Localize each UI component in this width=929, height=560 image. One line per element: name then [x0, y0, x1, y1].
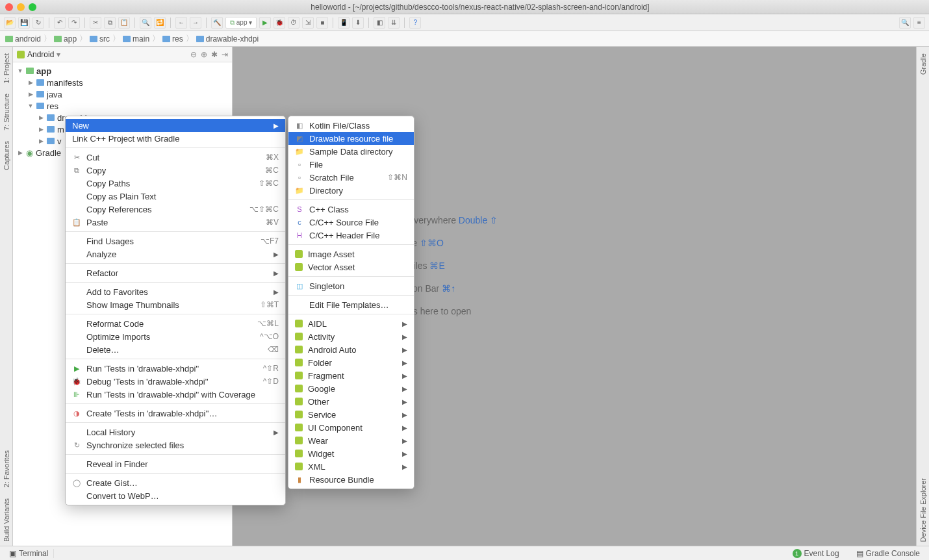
menu-copy[interactable]: ⧉Copy⌘C [66, 164, 285, 177]
sub-wear[interactable]: Wear▶ [288, 434, 414, 447]
run-config-dropdown[interactable]: ⧉ app ▾ [225, 17, 257, 29]
sub-xml[interactable]: XML▶ [288, 460, 414, 473]
breadcrumb-item[interactable]: drawable-xhdpi [195, 34, 260, 44]
forward-icon[interactable]: → [190, 17, 201, 29]
layout-icon[interactable]: ◧ [374, 17, 385, 29]
menu-create-tests[interactable]: ◑Create 'Tests in 'drawable-xhdpi''… [66, 407, 285, 420]
terminal-tab[interactable]: ▣Terminal [4, 549, 54, 558]
undo-icon[interactable]: ↶ [54, 17, 66, 29]
menu-sync[interactable]: ↻Synchronize selected files [66, 439, 285, 452]
run-icon[interactable]: ▶ [259, 17, 271, 29]
sub-android-auto[interactable]: Android Auto▶ [288, 343, 414, 356]
sub-aidl[interactable]: AIDL▶ [288, 317, 414, 330]
menu-refactor[interactable]: Refactor▶ [66, 266, 285, 279]
sub-c-source[interactable]: cC/C++ Source File [288, 216, 414, 229]
breadcrumb-item[interactable]: android [4, 34, 42, 44]
sub-folder[interactable]: Folder▶ [288, 356, 414, 369]
sub-cpp-class[interactable]: SC++ Class [288, 203, 414, 216]
make-project-icon[interactable]: 🔨 [211, 17, 223, 29]
paste-icon[interactable]: 📋 [118, 17, 130, 29]
menu-delete[interactable]: Delete…⌫ [66, 343, 285, 356]
project-view-selector[interactable]: Android [27, 50, 54, 59]
tree-node-res[interactable]: ▼res [13, 100, 232, 112]
menu-copy-paths[interactable]: Copy Paths⇧⌘C [66, 177, 285, 190]
sub-kotlin[interactable]: ◧Kotlin File/Class [288, 119, 414, 132]
sub-c-header[interactable]: HC/C++ Header File [288, 229, 414, 242]
avd-icon[interactable]: 📱 [338, 17, 350, 29]
tab-gradle[interactable]: Gradle [918, 49, 928, 79]
find-icon[interactable]: 🔍 [140, 17, 151, 29]
sub-sample-data[interactable]: 📁Sample Data directory [288, 145, 414, 158]
gradle-console-tab[interactable]: ▤Gradle Console [851, 549, 925, 558]
menu-run-tests[interactable]: ▶Run 'Tests in 'drawable-xhdpi''^⇧R [66, 362, 285, 375]
zoom-window-button[interactable] [29, 3, 36, 11]
tree-node-app[interactable]: ▼app [13, 65, 232, 77]
menu-copy-plain[interactable]: Copy as Plain Text [66, 190, 285, 203]
menu-convert-webp[interactable]: Convert to WebP… [66, 489, 285, 502]
gear-icon[interactable]: ✱ [211, 50, 218, 59]
menu-analyze[interactable]: Analyze▶ [66, 248, 285, 261]
profile-icon[interactable]: ⏱ [288, 17, 299, 29]
settings-icon[interactable]: ≡ [913, 17, 925, 29]
sub-fragment[interactable]: Fragment▶ [288, 369, 414, 382]
help-icon[interactable]: ? [409, 17, 421, 29]
hide-icon[interactable]: ⇥ [222, 50, 228, 59]
menu-paste[interactable]: 📋Paste⌘V [66, 216, 285, 229]
tab-structure[interactable]: 7: Structure [1, 90, 12, 134]
tree-node-java[interactable]: ▶java [13, 88, 232, 100]
sub-image-asset[interactable]: Image Asset [288, 248, 414, 261]
collapse-icon[interactable]: ⊖ [190, 50, 197, 59]
sub-drawable-resource[interactable]: ◩Drawable resource file [288, 132, 414, 145]
debug-icon[interactable]: 🐞 [274, 17, 285, 29]
copy-icon[interactable]: ⧉ [104, 17, 116, 29]
sdk-icon[interactable]: ⬇ [352, 17, 364, 29]
event-log-tab[interactable]: 1Event Log [787, 549, 845, 558]
sub-directory[interactable]: 📁Directory [288, 184, 414, 197]
redo-icon[interactable]: ↷ [68, 17, 80, 29]
menu-reformat[interactable]: Reformat Code⌥⌘L [66, 317, 285, 330]
menu-reveal-finder[interactable]: Reveal in Finder [66, 457, 285, 470]
sub-vector-asset[interactable]: Vector Asset [288, 261, 414, 274]
stop-icon[interactable]: ■ [316, 17, 328, 29]
sub-other[interactable]: Other▶ [288, 395, 414, 408]
breadcrumb-item[interactable]: app [53, 34, 78, 44]
tree-node-manifests[interactable]: ▶manifests [13, 77, 232, 88]
menu-find-usages[interactable]: Find Usages⌥F7 [66, 235, 285, 248]
tab-project[interactable]: 1: Project [1, 49, 12, 87]
sub-ui-component[interactable]: UI Component▶ [288, 421, 414, 434]
sub-file[interactable]: ▫File [288, 158, 414, 171]
breadcrumb-item[interactable]: res [161, 34, 185, 44]
save-icon[interactable]: 💾 [18, 17, 30, 29]
menu-cut[interactable]: ✂Cut⌘X [66, 151, 285, 164]
breadcrumb-item[interactable]: src [88, 34, 111, 44]
menu-create-gist[interactable]: ◯Create Gist… [66, 476, 285, 489]
expand-icon[interactable]: ⊕ [201, 50, 207, 59]
sub-resource-bundle[interactable]: ▮Resource Bundle [288, 473, 414, 486]
sync-icon[interactable]: ↻ [32, 17, 44, 29]
sub-singleton[interactable]: ◫Singleton [288, 279, 414, 292]
tab-captures[interactable]: Captures [1, 137, 12, 174]
back-icon[interactable]: ← [175, 17, 187, 29]
tab-favorites[interactable]: 2: Favorites [1, 446, 12, 491]
sub-service[interactable]: Service▶ [288, 408, 414, 421]
breadcrumb-item[interactable]: main [121, 34, 151, 44]
close-window-button[interactable] [5, 3, 13, 11]
menu-link-cpp[interactable]: Link C++ Project with Gradle [66, 132, 285, 145]
menu-debug-tests[interactable]: 🐞Debug 'Tests in 'drawable-xhdpi''^⇧D [66, 375, 285, 388]
menu-show-thumbnails[interactable]: Show Image Thumbnails⇧⌘T [66, 298, 285, 311]
replace-icon[interactable]: 🔁 [154, 17, 166, 29]
menu-copy-refs[interactable]: Copy References⌥⇧⌘C [66, 203, 285, 216]
sub-edit-templates[interactable]: Edit File Templates… [288, 298, 414, 311]
sub-activity[interactable]: Activity▶ [288, 330, 414, 343]
menu-new[interactable]: New▶ [66, 119, 285, 132]
tab-build-variants[interactable]: Build Variants [1, 494, 12, 546]
tab-device-file-explorer[interactable]: Device File Explorer [918, 474, 928, 546]
open-icon[interactable]: 📂 [4, 17, 16, 29]
sub-scratch[interactable]: ▫Scratch File⇧⌘N [288, 171, 414, 184]
sub-google[interactable]: Google▶ [288, 382, 414, 395]
menu-local-history[interactable]: Local History▶ [66, 426, 285, 439]
minimize-window-button[interactable] [17, 3, 25, 11]
attach-icon[interactable]: ⇲ [302, 17, 314, 29]
gradle-icon[interactable]: ⇊ [388, 17, 400, 29]
menu-optimize[interactable]: Optimize Imports^⌥O [66, 330, 285, 343]
